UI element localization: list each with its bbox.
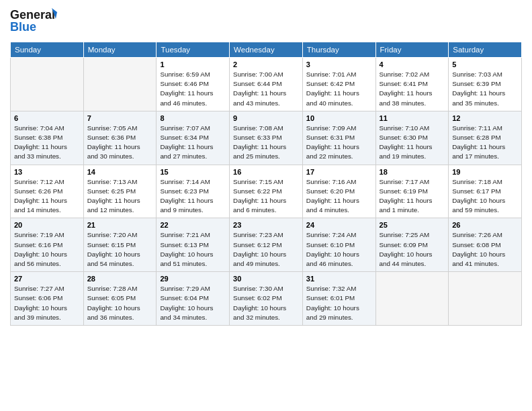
weekday-header-friday: Friday [375, 42, 449, 58]
day-number: 26 [452, 221, 518, 229]
day-info: Sunrise: 7:08 AMSunset: 6:33 PMDaylight:… [233, 124, 299, 162]
calendar-header-row: SundayMondayTuesdayWednesdayThursdayFrid… [11, 42, 522, 58]
day-info: Sunrise: 7:16 AMSunset: 6:20 PMDaylight:… [306, 177, 372, 216]
day-info: Sunrise: 7:11 AMSunset: 6:28 PMDaylight:… [452, 124, 518, 162]
calendar-cell: 22Sunrise: 7:21 AMSunset: 6:13 PMDayligh… [157, 218, 230, 272]
calendar-cell: 15Sunrise: 7:14 AMSunset: 6:23 PMDayligh… [157, 165, 230, 218]
day-info: Sunrise: 7:03 AMSunset: 6:39 PMDaylight:… [452, 70, 518, 108]
day-number: 24 [306, 221, 372, 229]
calendar-cell [11, 58, 84, 111]
day-info: Sunrise: 7:01 AMSunset: 6:42 PMDaylight:… [306, 70, 372, 108]
calendar-cell: 30Sunrise: 7:30 AMSunset: 6:02 PMDayligh… [230, 272, 303, 326]
day-number: 27 [14, 275, 80, 283]
day-number: 7 [87, 114, 153, 122]
weekday-header-wednesday: Wednesday [230, 42, 303, 58]
calendar-cell: 17Sunrise: 7:16 AMSunset: 6:20 PMDayligh… [302, 165, 375, 218]
day-info: Sunrise: 7:17 AMSunset: 6:19 PMDaylight:… [380, 177, 445, 216]
calendar-cell: 1Sunrise: 6:59 AMSunset: 6:46 PMDaylight… [157, 58, 230, 111]
calendar-row: 1Sunrise: 6:59 AMSunset: 6:46 PMDaylight… [11, 58, 522, 111]
day-number: 1 [160, 60, 226, 68]
day-info: Sunrise: 7:05 AMSunset: 6:36 PMDaylight:… [87, 124, 153, 162]
calendar-cell: 7Sunrise: 7:05 AMSunset: 6:36 PMDaylight… [83, 111, 157, 165]
day-info: Sunrise: 7:07 AMSunset: 6:34 PMDaylight:… [160, 124, 226, 162]
day-info: Sunrise: 7:00 AMSunset: 6:44 PMDaylight:… [233, 70, 299, 108]
calendar-cell: 11Sunrise: 7:10 AMSunset: 6:30 PMDayligh… [375, 111, 449, 165]
calendar-cell: 27Sunrise: 7:27 AMSunset: 6:06 PMDayligh… [11, 272, 84, 326]
calendar-cell: 19Sunrise: 7:18 AMSunset: 6:17 PMDayligh… [449, 165, 522, 218]
day-info: Sunrise: 7:12 AMSunset: 6:26 PMDaylight:… [14, 177, 80, 216]
calendar-cell: 16Sunrise: 7:15 AMSunset: 6:22 PMDayligh… [230, 165, 303, 218]
day-info: Sunrise: 7:27 AMSunset: 6:06 PMDaylight:… [14, 284, 80, 322]
logo: GeneralBlue [10, 7, 64, 36]
day-info: Sunrise: 7:20 AMSunset: 6:15 PMDaylight:… [87, 230, 153, 269]
day-number: 28 [87, 275, 153, 283]
day-number: 13 [14, 168, 80, 176]
calendar-cell: 12Sunrise: 7:11 AMSunset: 6:28 PMDayligh… [449, 111, 522, 165]
day-info: Sunrise: 7:24 AMSunset: 6:10 PMDaylight:… [306, 230, 372, 269]
weekday-header-thursday: Thursday [302, 42, 375, 58]
day-number: 18 [380, 168, 445, 176]
svg-text:Blue: Blue [10, 20, 36, 34]
calendar-cell: 8Sunrise: 7:07 AMSunset: 6:34 PMDaylight… [157, 111, 230, 165]
day-info: Sunrise: 7:25 AMSunset: 6:09 PMDaylight:… [380, 230, 445, 269]
calendar-cell: 10Sunrise: 7:09 AMSunset: 6:31 PMDayligh… [302, 111, 375, 165]
day-number: 17 [306, 168, 372, 176]
day-info: Sunrise: 7:14 AMSunset: 6:23 PMDaylight:… [160, 177, 226, 216]
day-info: Sunrise: 7:32 AMSunset: 6:01 PMDaylight:… [306, 284, 372, 322]
calendar-row: 27Sunrise: 7:27 AMSunset: 6:06 PMDayligh… [11, 272, 522, 326]
day-number: 8 [160, 114, 226, 122]
calendar-row: 20Sunrise: 7:19 AMSunset: 6:16 PMDayligh… [11, 218, 522, 272]
logo-svg: GeneralBlue [10, 7, 64, 36]
calendar-cell: 31Sunrise: 7:32 AMSunset: 6:01 PMDayligh… [302, 272, 375, 326]
day-number: 23 [233, 221, 299, 229]
day-info: Sunrise: 7:09 AMSunset: 6:31 PMDaylight:… [306, 124, 372, 162]
calendar-cell: 29Sunrise: 7:29 AMSunset: 6:04 PMDayligh… [157, 272, 230, 326]
calendar-cell: 9Sunrise: 7:08 AMSunset: 6:33 PMDaylight… [230, 111, 303, 165]
svg-text:General: General [10, 8, 55, 21]
calendar-cell: 24Sunrise: 7:24 AMSunset: 6:10 PMDayligh… [302, 218, 375, 272]
day-number: 21 [87, 221, 153, 229]
day-number: 6 [14, 114, 80, 122]
day-info: Sunrise: 7:18 AMSunset: 6:17 PMDaylight:… [452, 177, 518, 216]
calendar: SundayMondayTuesdayWednesdayThursdayFrid… [10, 42, 522, 326]
day-number: 22 [160, 221, 226, 229]
day-number: 16 [233, 168, 299, 176]
calendar-cell: 5Sunrise: 7:03 AMSunset: 6:39 PMDaylight… [449, 58, 522, 111]
calendar-cell: 2Sunrise: 7:00 AMSunset: 6:44 PMDaylight… [230, 58, 303, 111]
day-number: 4 [380, 60, 445, 68]
day-number: 19 [452, 168, 518, 176]
calendar-cell [83, 58, 157, 111]
day-number: 31 [306, 275, 372, 283]
weekday-header-saturday: Saturday [449, 42, 522, 58]
day-number: 5 [452, 60, 518, 68]
day-info: Sunrise: 7:21 AMSunset: 6:13 PMDaylight:… [160, 230, 226, 269]
day-number: 29 [160, 275, 226, 283]
day-number: 2 [233, 60, 299, 68]
weekday-header-sunday: Sunday [11, 42, 84, 58]
day-info: Sunrise: 7:26 AMSunset: 6:08 PMDaylight:… [452, 230, 518, 269]
day-info: Sunrise: 7:28 AMSunset: 6:05 PMDaylight:… [87, 284, 153, 322]
day-info: Sunrise: 7:30 AMSunset: 6:02 PMDaylight:… [233, 284, 299, 322]
calendar-cell: 28Sunrise: 7:28 AMSunset: 6:05 PMDayligh… [83, 272, 157, 326]
calendar-cell: 23Sunrise: 7:23 AMSunset: 6:12 PMDayligh… [230, 218, 303, 272]
day-info: Sunrise: 7:19 AMSunset: 6:16 PMDaylight:… [14, 230, 80, 269]
day-info: Sunrise: 6:59 AMSunset: 6:46 PMDaylight:… [160, 70, 226, 108]
day-number: 10 [306, 114, 372, 122]
day-info: Sunrise: 7:29 AMSunset: 6:04 PMDaylight:… [160, 284, 226, 322]
calendar-cell: 6Sunrise: 7:04 AMSunset: 6:38 PMDaylight… [11, 111, 84, 165]
day-number: 25 [380, 221, 445, 229]
calendar-row: 6Sunrise: 7:04 AMSunset: 6:38 PMDaylight… [11, 111, 522, 165]
weekday-header-monday: Monday [83, 42, 157, 58]
calendar-cell: 25Sunrise: 7:25 AMSunset: 6:09 PMDayligh… [375, 218, 449, 272]
calendar-row: 13Sunrise: 7:12 AMSunset: 6:26 PMDayligh… [11, 165, 522, 218]
weekday-header-tuesday: Tuesday [157, 42, 230, 58]
day-info: Sunrise: 7:23 AMSunset: 6:12 PMDaylight:… [233, 230, 299, 269]
day-number: 14 [87, 168, 153, 176]
day-number: 20 [14, 221, 80, 229]
day-info: Sunrise: 7:04 AMSunset: 6:38 PMDaylight:… [14, 124, 80, 162]
day-number: 30 [233, 275, 299, 283]
day-number: 15 [160, 168, 226, 176]
day-info: Sunrise: 7:02 AMSunset: 6:41 PMDaylight:… [380, 70, 445, 108]
calendar-cell: 13Sunrise: 7:12 AMSunset: 6:26 PMDayligh… [11, 165, 84, 218]
calendar-cell: 3Sunrise: 7:01 AMSunset: 6:42 PMDaylight… [302, 58, 375, 111]
